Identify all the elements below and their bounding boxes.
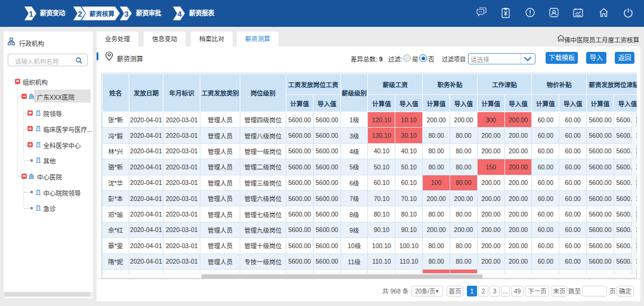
svg-text:4: 4	[177, 10, 182, 18]
svg-text:1: 1	[29, 10, 33, 18]
svg-text:薪资核算: 薪资核算	[89, 10, 114, 17]
svg-text:3: 3	[124, 10, 128, 18]
